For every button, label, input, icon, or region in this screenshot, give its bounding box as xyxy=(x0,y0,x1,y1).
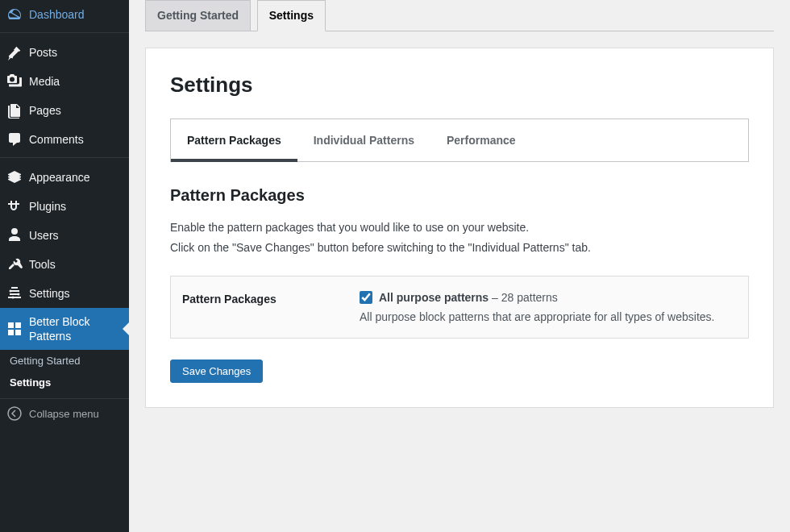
section-desc-line2: Click on the "Save Changes" button befor… xyxy=(170,241,591,254)
media-icon xyxy=(6,73,23,89)
sidebar-item-label: Dashboard xyxy=(29,7,85,22)
bbp-icon xyxy=(6,321,23,337)
sidebar-item-label: Tools xyxy=(29,257,56,272)
sidebar-item-better-block-patterns[interactable]: Better Block Patterns xyxy=(0,308,129,350)
svg-point-1 xyxy=(18,293,20,296)
comments-icon xyxy=(6,131,23,148)
sidebar-item-dashboard[interactable]: Dashboard xyxy=(0,0,129,29)
sidebar-item-tools[interactable]: Tools xyxy=(0,250,129,279)
sidebar-subitem-settings[interactable]: Settings xyxy=(0,372,129,393)
svg-point-0 xyxy=(10,290,12,293)
sidebar-separator xyxy=(0,29,129,33)
settings-panel: Settings Pattern Packages Individual Pat… xyxy=(145,48,774,408)
sidebar-item-label: Pages xyxy=(29,103,61,118)
collapse-icon xyxy=(6,405,23,422)
sidebar-item-plugins[interactable]: Plugins xyxy=(0,192,129,221)
package-checkbox-row[interactable]: All purpose patterns – 28 patterns xyxy=(360,291,737,304)
sidebar-item-label: Users xyxy=(29,228,59,243)
settings-icon xyxy=(6,285,23,301)
appearance-icon xyxy=(6,169,23,185)
section-heading: Pattern Packages xyxy=(170,186,749,205)
form-field: All purpose patterns – 28 patterns All p… xyxy=(360,291,737,323)
pages-icon xyxy=(6,102,23,118)
panel-title: Settings xyxy=(170,73,749,98)
sidebar-item-media[interactable]: Media xyxy=(0,67,129,96)
save-changes-button[interactable]: Save Changes xyxy=(170,360,263,383)
sidebar-item-label: Comments xyxy=(29,132,84,147)
tools-icon xyxy=(6,256,23,272)
package-description: All purpose block patterns that are appr… xyxy=(360,310,737,323)
svg-point-2 xyxy=(12,297,15,299)
tab-getting-started[interactable]: Getting Started xyxy=(145,0,251,31)
collapse-menu-button[interactable]: Collapse menu xyxy=(0,398,129,428)
sidebar-item-users[interactable]: Users xyxy=(0,221,129,250)
sidebar-subitem-getting-started[interactable]: Getting Started xyxy=(0,350,129,372)
sidebar-item-label: Posts xyxy=(29,45,57,60)
sidebar-item-comments[interactable]: Comments xyxy=(0,125,129,154)
sidebar-item-appearance[interactable]: Appearance xyxy=(0,163,129,192)
package-name: All purpose patterns xyxy=(379,291,489,304)
sidebar-item-label: Plugins xyxy=(29,199,66,214)
sidebar-item-pages[interactable]: Pages xyxy=(0,96,129,125)
svg-rect-3 xyxy=(8,322,14,328)
inner-tab-individual-patterns[interactable]: Individual Patterns xyxy=(297,119,430,161)
sidebar-item-label: Better Block Patterns xyxy=(29,314,123,343)
dashboard-icon xyxy=(6,6,23,23)
svg-rect-4 xyxy=(15,322,21,328)
package-count: – 28 patterns xyxy=(489,291,558,304)
inner-tabs: Pattern Packages Individual Patterns Per… xyxy=(170,118,749,162)
package-checkbox-label: All purpose patterns – 28 patterns xyxy=(379,291,558,304)
form-label: Pattern Packages xyxy=(182,291,360,323)
sidebar-item-label: Settings xyxy=(29,286,70,301)
pattern-packages-form-row: Pattern Packages All purpose patterns – … xyxy=(170,276,749,339)
tab-settings[interactable]: Settings xyxy=(257,0,326,31)
users-icon xyxy=(6,227,23,243)
sidebar-subitem-label: Getting Started xyxy=(10,355,80,367)
plugins-icon xyxy=(6,198,23,214)
top-tabs: Getting Started Settings xyxy=(145,0,774,31)
sidebar-item-settings[interactable]: Settings xyxy=(0,279,129,308)
svg-rect-6 xyxy=(15,330,21,335)
svg-rect-5 xyxy=(8,330,14,335)
section-description: Enable the pattern packages that you wou… xyxy=(170,218,749,258)
sidebar-item-posts[interactable]: Posts xyxy=(0,38,129,67)
section-desc-line1: Enable the pattern packages that you wou… xyxy=(170,221,529,234)
package-checkbox-all-purpose[interactable] xyxy=(360,291,372,304)
sidebar-subitem-label: Settings xyxy=(10,376,51,389)
sidebar-item-label: Appearance xyxy=(29,170,90,185)
sidebar-separator xyxy=(0,154,129,158)
pin-icon xyxy=(6,44,23,60)
inner-tab-performance[interactable]: Performance xyxy=(430,119,532,161)
inner-tab-pattern-packages[interactable]: Pattern Packages xyxy=(171,119,297,161)
svg-point-7 xyxy=(8,407,21,420)
collapse-menu-label: Collapse menu xyxy=(29,408,99,420)
admin-sidebar: Dashboard Posts Media Pages Comments App… xyxy=(0,0,129,532)
admin-main: Getting Started Settings Settings Patter… xyxy=(129,0,790,532)
sidebar-item-label: Media xyxy=(29,74,60,89)
